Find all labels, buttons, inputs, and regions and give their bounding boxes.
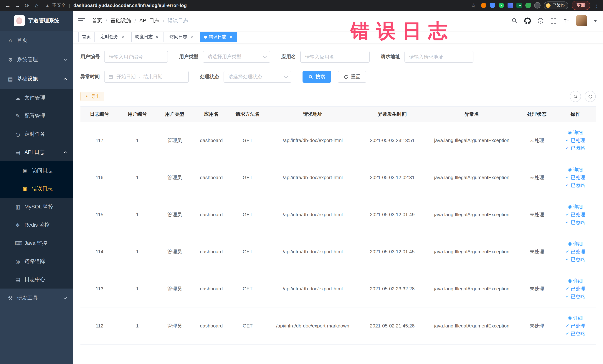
sidebar-item-config-management[interactable]: ✎ 配置管理: [0, 107, 73, 125]
sidebar-item-scheduled-jobs[interactable]: ◷ 定时任务: [0, 125, 73, 143]
user-type-select[interactable]: 请选择用户类型: [203, 51, 270, 63]
close-tab-icon[interactable]: ×: [155, 34, 160, 39]
search-icon[interactable]: [511, 17, 518, 24]
detail-link[interactable]: ◉详细: [557, 277, 593, 285]
user-menu-caret-icon[interactable]: [593, 20, 597, 22]
cell-time: 2021-05-03 12:02:31: [359, 159, 425, 196]
close-tab-icon[interactable]: ×: [189, 34, 194, 39]
processed-link[interactable]: ✓已处理: [557, 285, 593, 293]
detail-link[interactable]: ◉详细: [557, 129, 593, 137]
bookmark-star-icon[interactable]: ☆: [469, 1, 477, 10]
sidebar-item-system[interactable]: ⚙ 系统管理: [0, 50, 73, 69]
cell-user-type: 管理员: [156, 307, 193, 344]
extension-icon[interactable]: [534, 2, 541, 9]
extension-icon[interactable]: on: [516, 3, 522, 8]
close-tab-icon[interactable]: ×: [120, 34, 125, 39]
sidebar-item-file-management[interactable]: ☁ 文件管理: [0, 89, 73, 107]
tab-schedule-log[interactable]: 调度日志 ×: [131, 32, 163, 42]
processed-link[interactable]: ✓已处理: [557, 137, 593, 144]
ignored-link[interactable]: ✓已忽略: [557, 256, 593, 263]
sidebar-item-home[interactable]: ⌂ 首页: [0, 31, 73, 50]
cell-method: GET: [230, 233, 266, 270]
eye-icon: ◉: [568, 166, 572, 174]
processed-link[interactable]: ✓已处理: [557, 248, 593, 256]
sidebar-item-error-log[interactable]: ▣ 错误日志: [0, 179, 73, 198]
breadcrumb-home[interactable]: 首页: [92, 17, 102, 24]
tab-error-log[interactable]: 错误日志 ×: [200, 32, 237, 42]
hamburger-icon[interactable]: [78, 17, 86, 24]
extension-icon[interactable]: [508, 3, 513, 8]
address-bar[interactable]: ▲ 不安全 | dashboard.yudao.iocoder.cn/infra…: [45, 2, 468, 9]
browser-menu-icon[interactable]: ⋮: [594, 2, 600, 8]
cell-url: /api/infra/db-doc/export-markdown: [266, 307, 359, 344]
eye-icon: ◉: [568, 314, 572, 322]
check-icon: ✓: [566, 144, 569, 152]
fullscreen-icon[interactable]: [550, 17, 557, 24]
tab-home[interactable]: 首页: [78, 32, 94, 42]
processed-link[interactable]: ✓已处理: [557, 211, 593, 218]
sidebar-item-java-monitor[interactable]: ⌨ Java 监控: [0, 234, 73, 252]
forward-icon[interactable]: →: [13, 1, 22, 10]
cell-method: GET: [230, 159, 266, 196]
clock-icon: ◷: [15, 131, 21, 137]
detail-link[interactable]: ◉详细: [557, 240, 593, 248]
home-icon[interactable]: ⌂: [33, 1, 41, 10]
sidebar-item-infra[interactable]: ▤ 基础设施: [0, 69, 73, 89]
refresh-icon: [344, 74, 348, 79]
sidebar-item-dev-tools[interactable]: ⚒ 研发工具: [0, 289, 73, 308]
refresh-table-button[interactable]: [585, 91, 596, 102]
help-icon[interactable]: ?: [537, 17, 544, 24]
table-row: 113 1 管理员 dashboard GET /api/infra/db-do…: [81, 270, 596, 307]
reload-icon[interactable]: ⟳: [23, 1, 31, 10]
sidebar-item-mysql-monitor[interactable]: ▥ MySQL 监控: [0, 198, 73, 216]
tab-access-log[interactable]: 访问日志 ×: [166, 32, 198, 42]
url-text: dashboard.yudao.iocoder.cn/infra/log/api…: [73, 3, 187, 8]
detail-link[interactable]: ◉详细: [557, 314, 593, 322]
search-button[interactable]: 搜索: [302, 71, 331, 83]
table-row: 116 1 管理员 dashboard GET /api/infra/db-do…: [81, 159, 596, 196]
processed-link[interactable]: ✓已处理: [557, 322, 593, 330]
back-icon[interactable]: ←: [4, 1, 12, 10]
app-name-input[interactable]: [300, 51, 370, 63]
paused-badge[interactable]: 已暂停: [544, 1, 568, 9]
user-avatar[interactable]: [576, 15, 587, 26]
exception-time-range-picker[interactable]: 开始日期 - 结束日期: [104, 71, 189, 83]
cell-url: /api/infra/db-doc/export-html: [266, 122, 359, 159]
update-button[interactable]: 更新: [572, 1, 590, 10]
process-status-select[interactable]: 请选择处理状态: [223, 71, 291, 83]
table-row: 115 1 管理员 dashboard GET /api/infra/db-do…: [81, 196, 596, 233]
cell-log-id: 113: [81, 270, 119, 307]
sidebar-item-access-log[interactable]: ▣ 访问日志: [0, 161, 73, 179]
cell-log-id: 114: [81, 233, 119, 270]
ignored-link[interactable]: ✓已忽略: [557, 330, 593, 338]
detail-link[interactable]: ◉详细: [557, 166, 593, 174]
ignored-link[interactable]: ✓已忽略: [557, 144, 593, 152]
request-url-input[interactable]: [405, 51, 474, 63]
user-id-input[interactable]: [104, 51, 168, 63]
sidebar-item-redis-monitor[interactable]: ❖ Redis 监控: [0, 216, 73, 234]
breadcrumb-api-log[interactable]: API 日志: [139, 17, 160, 24]
sidebar-item-tracing[interactable]: ◎ 链路追踪: [0, 252, 73, 270]
processed-link[interactable]: ✓已处理: [557, 174, 593, 181]
detail-link[interactable]: ◉详细: [557, 203, 593, 211]
extension-icon[interactable]: Y: [499, 3, 504, 8]
sidebar-item-api-log[interactable]: ▤ API 日志: [0, 143, 73, 161]
breadcrumb-infra[interactable]: 基础设施: [110, 17, 131, 24]
toggle-search-button[interactable]: [570, 91, 581, 102]
close-tab-icon[interactable]: ×: [228, 34, 233, 39]
ignored-link[interactable]: ✓已忽略: [557, 181, 593, 189]
extension-icon[interactable]: [481, 3, 487, 8]
sidebar-item-log-center[interactable]: ▤ 日志中心: [0, 270, 73, 289]
tab-scheduled-jobs[interactable]: 定时任务 ×: [97, 32, 129, 42]
export-button[interactable]: 导出: [81, 92, 104, 101]
extension-icon[interactable]: [525, 3, 531, 8]
chevron-down-icon: [284, 75, 288, 79]
ignored-link[interactable]: ✓已忽略: [557, 218, 593, 226]
font-size-icon[interactable]: TT: [563, 17, 570, 24]
cell-status: 未处理: [519, 122, 555, 159]
reset-button[interactable]: 重置: [338, 71, 366, 83]
ignored-link[interactable]: ✓已忽略: [557, 293, 593, 300]
app-logo[interactable]: 芋道管理系统: [0, 11, 73, 31]
extension-icon[interactable]: [490, 3, 495, 8]
github-icon[interactable]: [524, 17, 531, 24]
